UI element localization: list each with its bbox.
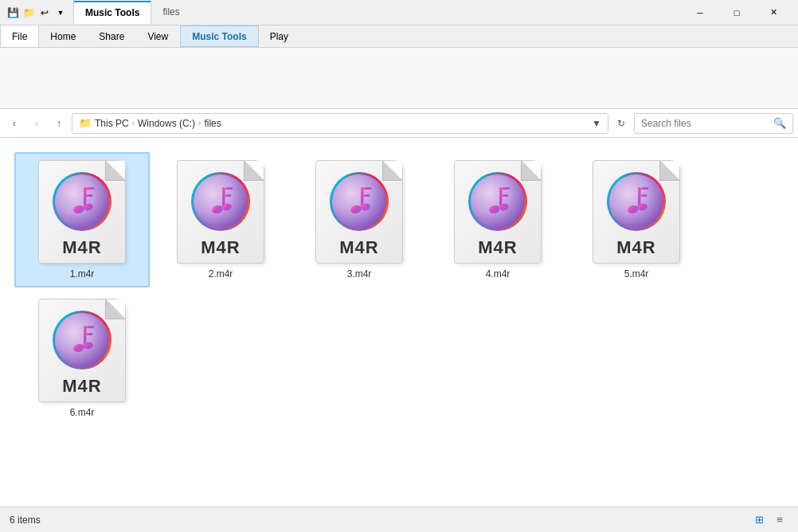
music-circle-inner [609,174,663,229]
svg-rect-1 [87,187,95,190]
save-icon[interactable]: 💾 [6,6,19,19]
crumb-this-pc[interactable]: This PC [95,118,129,129]
file-name-label: 2.m4r [209,268,233,280]
file-name-label: 1.m4r [70,268,95,280]
ribbon-tab-group: Music Tools files [73,2,682,24]
music-circle-inner [471,174,525,229]
up-button[interactable]: ↑ [49,114,68,133]
crumb-windows-c[interactable]: Windows (C:) [138,118,195,129]
file-item-2[interactable]: M4R 2.m4r [153,152,288,288]
doc-icon: M4R [38,160,126,264]
music-circle [468,172,527,231]
file-type-label: M4R [62,377,101,395]
svg-rect-21 [641,187,649,190]
file-type-label: M4R [201,239,240,256]
status-bar: 6 items ⊞ ≡ [0,507,798,532]
doc-corner-fold [106,299,125,319]
search-icon[interactable]: 🔍 [773,117,786,129]
music-circle [607,172,666,231]
svg-rect-11 [364,187,372,190]
doc-icon: M4R [593,160,680,264]
doc-corner-fold [660,161,679,180]
ribbon-content [0,48,798,108]
file-item-5[interactable]: M4R 5.m4r [569,152,704,288]
svg-point-13 [350,205,362,215]
folder-small-icon: 📁 [79,117,92,129]
file-item-4[interactable]: M4R 4.m4r [430,152,565,288]
music-circle-inner [55,174,109,229]
svg-point-28 [72,343,85,354]
ribbon: File Home Share View Music Tools Play [0,25,798,109]
music-circle [191,172,250,231]
quick-access: 💾 📁 ↩ ▼ [6,6,67,19]
svg-point-23 [627,205,640,215]
music-circle [53,311,111,370]
tab-music-tools-ribbon[interactable]: Music Tools [180,25,258,47]
music-note-icon [482,184,514,219]
music-note-icon [343,184,375,219]
svg-rect-6 [225,187,233,190]
folder-icon[interactable]: 📁 [22,6,35,19]
tab-file[interactable]: File [0,25,39,47]
file-name-label: 4.m4r [486,268,510,280]
window-controls: ─ □ ✕ [682,0,792,25]
svg-point-18 [488,205,501,215]
doc-icon: M4R [38,299,126,402]
address-path[interactable]: 📁 This PC › Windows (C:) › files ▼ [72,113,608,134]
window-title-text: files [151,2,190,24]
tab-share[interactable]: Share [88,25,136,47]
music-circle-inner [332,174,386,229]
title-bar: 💾 📁 ↩ ▼ Music Tools files ─ □ ✕ [0,0,798,25]
svg-rect-27 [87,333,93,335]
svg-point-3 [72,205,85,215]
tab-home[interactable]: Home [39,25,88,47]
undo-icon[interactable]: ↩ [38,6,51,19]
svg-rect-22 [641,194,647,197]
doc-corner-fold [383,161,402,180]
large-icons-button[interactable]: ⊞ [750,511,768,529]
doc-corner-fold [244,161,264,180]
maximize-button[interactable]: □ [718,0,755,25]
music-circle [330,172,389,231]
minimize-button[interactable]: ─ [682,0,718,25]
ribbon-tabs: File Home Share View Music Tools Play [0,25,798,48]
doc-icon: M4R [177,160,264,264]
dropdown-icon[interactable]: ▼ [54,6,67,19]
crumb-files[interactable]: files [204,118,221,129]
close-button[interactable]: ✕ [755,0,792,25]
file-item-6[interactable]: M4R 6.m4r [14,291,150,426]
file-name-label: 5.m4r [624,268,649,280]
file-item-3[interactable]: M4R 3.m4r [291,152,427,288]
tab-play[interactable]: Play [259,25,300,47]
music-note-icon [66,184,98,219]
doc-icon: M4R [454,160,542,264]
doc-icon: M4R [315,160,403,264]
svg-rect-16 [503,187,510,190]
file-name-label: 3.m4r [347,268,372,280]
music-circle-inner [194,174,248,229]
file-grid: M4R 1.m4r [0,138,798,507]
svg-rect-2 [87,194,93,197]
file-type-label: M4R [339,239,378,256]
address-bar: ‹ › ↑ 📁 This PC › Windows (C:) › files ▼… [0,109,798,138]
view-controls: ⊞ ≡ [750,511,788,529]
music-circle [53,172,111,231]
refresh-button[interactable]: ↻ [612,114,631,133]
search-input[interactable] [641,118,770,129]
file-type-label: M4R [62,239,101,256]
back-button[interactable]: ‹ [5,114,24,133]
music-note-icon [66,323,98,358]
svg-rect-7 [225,194,232,197]
item-count: 6 items [10,514,41,526]
file-type-label: M4R [478,239,517,256]
tab-view[interactable]: View [136,25,180,47]
file-name-label: 6.m4r [70,407,95,418]
search-box[interactable]: 🔍 [634,113,793,134]
tab-music-tools[interactable]: Music Tools [73,1,151,24]
forward-button[interactable]: › [27,114,46,133]
music-circle-inner [55,313,109,367]
svg-rect-12 [364,194,370,197]
file-item-1[interactable]: M4R 1.m4r [14,152,150,288]
address-dropdown-icon[interactable]: ▼ [592,118,601,129]
list-view-button[interactable]: ≡ [771,511,788,529]
